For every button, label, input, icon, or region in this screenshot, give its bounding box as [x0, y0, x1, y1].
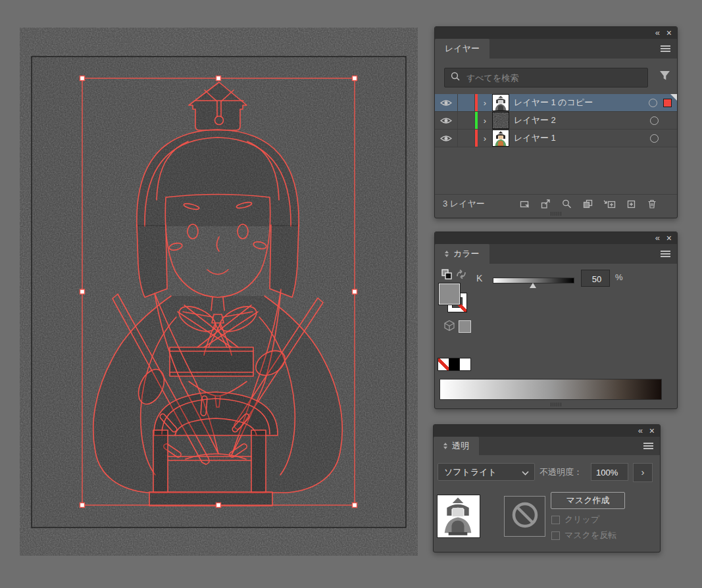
layer-thumbnail[interactable] — [492, 112, 509, 129]
color-panel: « × カラー K % — [434, 232, 678, 409]
visibility-eye-icon[interactable] — [435, 94, 458, 111]
handle-top-center — [216, 76, 221, 81]
fill-stroke-mini-icon[interactable] — [441, 269, 452, 282]
lock-column[interactable] — [458, 112, 475, 129]
opacity-mask-slot[interactable] — [504, 496, 545, 537]
handle-top-right — [353, 76, 357, 81]
tab-transparency[interactable]: 透明 — [434, 437, 479, 455]
delete-layer-icon[interactable] — [647, 199, 657, 209]
new-sublayer-icon[interactable] — [582, 199, 593, 209]
panel-resize-grip[interactable] — [551, 403, 561, 406]
export-arrow-icon[interactable] — [540, 199, 551, 209]
locate-object-icon[interactable] — [561, 199, 572, 209]
make-mask-button[interactable]: マスク作成 — [551, 492, 625, 509]
document-canvas[interactable] — [20, 28, 418, 556]
artwork-view — [20, 28, 418, 556]
close-panel-icon[interactable]: × — [649, 426, 655, 436]
k-value-box — [581, 270, 610, 287]
handle-mid-left — [80, 289, 85, 294]
handle-bottom-center — [216, 503, 221, 508]
clip-checkbox-label: クリップ — [564, 514, 599, 526]
layer-thumbnail[interactable] — [492, 94, 509, 111]
swap-fill-stroke-icon[interactable] — [455, 269, 467, 282]
black-swatch[interactable] — [449, 358, 460, 371]
blend-mode-dropdown[interactable]: ソフトライト — [438, 463, 535, 481]
expand-chevron-icon[interactable]: › — [478, 116, 492, 126]
make-clipping-mask-icon[interactable] — [519, 199, 530, 209]
layers-panel: « × レイヤー › — [434, 26, 678, 218]
checkbox-box[interactable] — [551, 516, 560, 524]
lock-column[interactable] — [458, 94, 475, 111]
target-circle[interactable] — [649, 99, 657, 107]
layers-panel-titlebar: « × — [435, 27, 677, 39]
visibility-eye-icon[interactable] — [435, 112, 458, 129]
invert-mask-checkbox[interactable]: マスクを反転 — [551, 529, 616, 541]
transparency-panel-tabs: 透明 — [434, 437, 660, 455]
opacity-input[interactable] — [591, 464, 634, 481]
layer-row[interactable]: › レイヤー 1 のコピー — [435, 94, 677, 112]
panel-resize-grip[interactable] — [551, 212, 561, 216]
layer-row[interactable]: › レイヤー 1 — [435, 130, 677, 147]
color-panel-tabs: カラー — [435, 244, 677, 264]
transparency-panel: « × 透明 ソフトライト 不透明度： › — [433, 424, 661, 552]
collect-in-new-layer-icon[interactable] — [603, 199, 616, 209]
k-value-input[interactable] — [582, 270, 612, 287]
panel-collapse-caret-icon — [443, 443, 448, 449]
expand-chevron-icon[interactable]: › — [478, 98, 492, 108]
panel-menu-icon[interactable] — [661, 45, 670, 53]
lock-column[interactable] — [458, 130, 475, 147]
collapse-panel-icon[interactable]: « — [655, 28, 660, 38]
layer-name[interactable]: レイヤー 2 — [509, 114, 650, 126]
tab-color[interactable]: カラー — [435, 244, 489, 264]
layers-search-field[interactable] — [444, 68, 648, 87]
tab-layers[interactable]: レイヤー — [435, 39, 489, 59]
layers-panel-tabs: レイヤー — [435, 39, 677, 59]
close-panel-icon[interactable]: × — [666, 233, 672, 243]
target-circle[interactable] — [650, 116, 659, 125]
percent-label: % — [615, 272, 623, 282]
row-corner-triangle — [670, 94, 677, 101]
transparency-panel-titlebar: « × — [434, 425, 660, 437]
layer-name[interactable]: レイヤー 1 — [509, 132, 650, 144]
gamut-color-swatch[interactable] — [459, 320, 471, 333]
handle-top-left — [80, 76, 85, 81]
new-layer-icon[interactable] — [626, 199, 637, 209]
out-of-gamut-cube-icon[interactable] — [443, 320, 455, 334]
opacity-value-box — [591, 463, 628, 481]
k-channel-label: K — [476, 273, 482, 283]
k-slider-thumb[interactable] — [530, 283, 536, 288]
fill-swatch[interactable] — [439, 283, 460, 305]
layers-status-bar: 3 レイヤー — [435, 194, 677, 213]
layer-name[interactable]: レイヤー 1 のコピー — [509, 97, 649, 109]
collapse-panel-icon[interactable]: « — [655, 233, 660, 243]
grayscale-spectrum-ramp[interactable] — [439, 379, 662, 400]
none-swatch[interactable] — [438, 358, 449, 371]
white-swatch[interactable] — [459, 358, 471, 371]
close-panel-icon[interactable]: × — [666, 28, 672, 38]
no-mask-prohibition-icon — [511, 501, 539, 532]
filter-icon[interactable] — [659, 70, 670, 84]
tab-transparency-label: 透明 — [452, 440, 469, 452]
invert-mask-checkbox-label: マスクを反転 — [564, 529, 616, 541]
tab-color-label: カラー — [453, 248, 480, 260]
chevron-down-icon — [522, 466, 529, 478]
layer-thumbnail[interactable] — [492, 130, 509, 147]
layer-row[interactable]: › レイヤー 2 — [435, 112, 677, 130]
panel-collapse-caret-icon — [445, 251, 449, 257]
expand-chevron-icon[interactable]: › — [478, 134, 492, 143]
panel-menu-icon[interactable] — [643, 443, 653, 451]
search-icon — [451, 72, 460, 84]
checkbox-box[interactable] — [551, 531, 560, 540]
selection-square-empty — [664, 135, 672, 142]
tab-layers-label: レイヤー — [445, 43, 480, 55]
search-input[interactable] — [465, 72, 626, 84]
collapse-panel-icon[interactable]: « — [638, 426, 643, 436]
panel-menu-icon[interactable] — [661, 251, 670, 258]
target-circle[interactable] — [650, 134, 659, 143]
color-panel-titlebar: « × — [435, 232, 677, 244]
opacity-spinner-button[interactable]: › — [633, 463, 653, 482]
handle-mid-right — [353, 289, 357, 294]
clip-checkbox[interactable]: クリップ — [551, 514, 599, 526]
visibility-eye-icon[interactable] — [435, 130, 458, 147]
object-thumbnail[interactable] — [437, 495, 480, 538]
